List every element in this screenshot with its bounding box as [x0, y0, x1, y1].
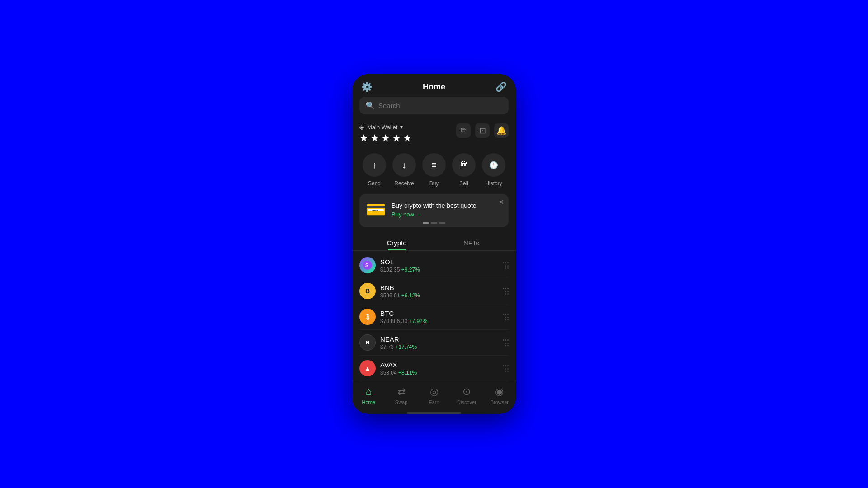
btc-right — [503, 314, 509, 320]
buy-action[interactable]: ≡ Buy — [422, 153, 446, 187]
near-name: NEAR — [380, 335, 417, 343]
wallet-name: Main Wallet — [367, 124, 397, 131]
sell-action[interactable]: 🏛 Sell — [452, 153, 476, 187]
avax-info: AVAX $58,04 +8.11% — [380, 361, 417, 376]
search-icon: 🔍 — [366, 101, 375, 110]
quick-actions: ↑ Send ↓ Receive ≡ Buy 🏛 Sell 🕐 History — [352, 150, 516, 194]
crypto-left-avax: ▲ AVAX $58,04 +8.11% — [359, 360, 417, 376]
nav-discover[interactable]: ⊙ Discover — [450, 386, 483, 405]
dot-3 — [439, 222, 445, 224]
bnb-info: BNB $596,01 +6.12% — [380, 284, 420, 299]
discover-icon: ⊙ — [462, 386, 471, 398]
crypto-list: S SOL $192,35 +9.27% B BNB $ — [352, 253, 516, 382]
list-item[interactable]: S SOL $192,35 +9.27% — [359, 253, 509, 278]
wallet-section: ◈ Main Wallet ▾ ★★★★★ ⧉ ⊡ 🔔 — [352, 120, 516, 150]
wallet-info: ◈ Main Wallet ▾ ★★★★★ — [359, 123, 414, 144]
nav-browser[interactable]: ◉ Browser — [483, 386, 516, 405]
bnb-name: BNB — [380, 284, 420, 291]
promo-banner: 💳 Buy crypto with the best quote Buy now… — [359, 194, 509, 227]
home-label: Home — [362, 399, 375, 405]
avax-right — [503, 365, 509, 372]
near-icon: N — [359, 334, 376, 351]
swap-label: Swap — [395, 399, 408, 405]
home-icon: ⌂ — [366, 386, 372, 398]
send-action[interactable]: ↑ Send — [363, 153, 386, 187]
crypto-left-btc: ₿ BTC $70 886,30 +7.92% — [359, 309, 427, 325]
bnb-dots-bottom — [505, 291, 509, 295]
btc-dots-top — [503, 314, 509, 315]
btc-name: BTC — [380, 310, 427, 317]
near-info: NEAR $7,73 +17.74% — [380, 335, 417, 350]
nav-home[interactable]: ⌂ Home — [352, 386, 385, 405]
notifications-button[interactable]: 🔔 — [494, 123, 509, 138]
list-item[interactable]: ▲ AVAX $58,04 +8.11% — [359, 356, 509, 381]
sol-info: SOL $192,35 +9.27% — [380, 258, 420, 273]
swap-icon: ⇄ — [397, 386, 406, 398]
bnb-right — [503, 288, 509, 295]
asset-tabs: Crypto NFTs — [352, 235, 516, 251]
discover-label: Discover — [457, 399, 476, 405]
send-label: Send — [368, 180, 381, 187]
list-item[interactable]: ₿ BTC $70 886,30 +7.92% — [359, 304, 509, 330]
bottom-navigation: ⌂ Home ⇄ Swap ◎ Earn ⊙ Discover ◉ Browse… — [352, 382, 516, 410]
crypto-left-near: N NEAR $7,73 +17.74% — [359, 334, 417, 351]
browser-label: Browser — [491, 399, 509, 405]
page-title: Home — [423, 82, 445, 92]
promo-text-block: Buy crypto with the best quote Buy now → — [392, 202, 476, 218]
sol-right — [503, 262, 509, 269]
avax-dots-top — [503, 365, 509, 366]
btc-dots-bottom — [505, 317, 509, 320]
btc-info: BTC $70 886,30 +7.92% — [380, 310, 427, 324]
sol-icon: S — [359, 257, 376, 273]
home-indicator — [407, 412, 461, 414]
scan-button[interactable]: ⊡ — [475, 123, 490, 138]
wallet-name-row: ◈ Main Wallet ▾ — [359, 123, 414, 131]
buy-label: Buy — [429, 180, 439, 187]
history-action[interactable]: 🕐 History — [482, 153, 505, 187]
nav-earn[interactable]: ◎ Earn — [418, 386, 450, 405]
near-price: $7,73 +17.74% — [380, 344, 417, 350]
promo-dots — [423, 222, 445, 224]
browser-icon: ◉ — [495, 386, 504, 398]
search-bar[interactable]: 🔍 — [359, 97, 509, 114]
tab-nfts[interactable]: NFTs — [434, 235, 509, 250]
promo-link[interactable]: Buy now → — [392, 211, 476, 218]
avax-price: $58,04 +8.11% — [380, 370, 417, 376]
promo-close-button[interactable]: ✕ — [499, 198, 504, 206]
sell-label: Sell — [459, 180, 468, 187]
sol-price: $192,35 +9.27% — [380, 267, 420, 273]
sell-icon: 🏛 — [452, 153, 476, 177]
wallet-top-actions: ⧉ ⊡ 🔔 — [456, 123, 509, 138]
bnb-dots-top — [503, 288, 509, 289]
chevron-down-icon: ▾ — [400, 124, 403, 130]
phone-container: ⚙️ Home 🔗 🔍 ◈ Main Wallet ▾ ★★★★★ ⧉ ⊡ 🔔 … — [352, 74, 516, 414]
link-icon[interactable]: 🔗 — [495, 81, 507, 92]
bnb-icon: B — [359, 283, 376, 299]
tab-crypto[interactable]: Crypto — [359, 235, 434, 250]
receive-action[interactable]: ↓ Receive — [392, 153, 416, 187]
btc-price: $70 886,30 +7.92% — [380, 318, 427, 324]
avax-icon: ▲ — [359, 360, 376, 376]
btc-icon: ₿ — [359, 309, 376, 325]
nav-swap[interactable]: ⇄ Swap — [385, 386, 417, 405]
crypto-left-bnb: B BNB $596,01 +6.12% — [359, 283, 420, 299]
dot-2 — [431, 222, 437, 224]
send-icon: ↑ — [363, 153, 386, 177]
sol-dots-bottom — [505, 265, 509, 269]
near-dots-top — [503, 339, 509, 341]
bnb-price: $596,01 +6.12% — [380, 292, 420, 299]
promo-title: Buy crypto with the best quote — [392, 202, 476, 209]
svg-text:S: S — [365, 263, 368, 268]
list-item[interactable]: B BNB $596,01 +6.12% — [359, 278, 509, 304]
settings-icon[interactable]: ⚙️ — [361, 81, 373, 92]
copy-button[interactable]: ⧉ — [456, 123, 471, 138]
list-item[interactable]: N NEAR $7,73 +17.74% — [359, 330, 509, 356]
near-right — [503, 339, 509, 346]
near-dots-bottom — [505, 343, 509, 346]
search-input[interactable] — [378, 102, 502, 109]
receive-icon: ↓ — [392, 153, 416, 177]
promo-image: 💳 — [366, 200, 386, 219]
earn-label: Earn — [429, 399, 439, 405]
crypto-left-sol: S SOL $192,35 +9.27% — [359, 257, 420, 273]
avax-name: AVAX — [380, 361, 417, 369]
